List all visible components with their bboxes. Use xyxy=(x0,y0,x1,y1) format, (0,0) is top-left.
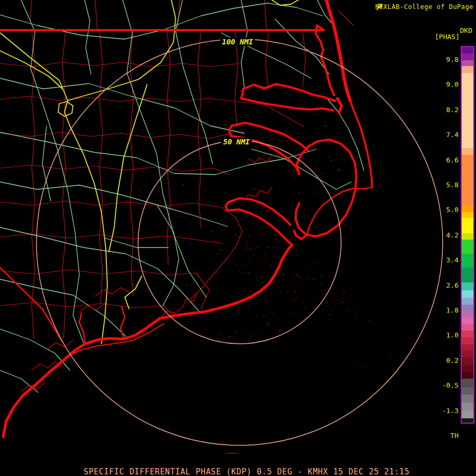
radar-echo xyxy=(258,328,260,328)
radar-echo xyxy=(267,325,268,326)
radar-echo xyxy=(313,161,313,162)
radar-echo xyxy=(214,240,215,241)
colorbar xyxy=(461,46,474,424)
radar-echo xyxy=(291,285,291,286)
radar-echo xyxy=(266,252,266,252)
radar-echo xyxy=(297,120,298,121)
radar-echo xyxy=(350,127,351,129)
radar-echo xyxy=(284,289,285,290)
radar-echo xyxy=(286,140,287,141)
radar-echo xyxy=(344,224,345,225)
radar-echo xyxy=(220,328,221,329)
map-line xyxy=(198,30,201,227)
radar-echo xyxy=(295,291,296,292)
radar-echo xyxy=(300,319,300,320)
radar-echo xyxy=(191,284,191,285)
colorbar-label: 4.2 xyxy=(422,232,459,239)
radar-echo xyxy=(337,320,338,321)
radar-echo xyxy=(281,175,282,176)
colorbar-segment xyxy=(462,254,473,268)
radar-echo xyxy=(298,265,299,266)
radar-echo xyxy=(191,281,191,281)
radar-echo xyxy=(273,155,274,155)
radar-echo xyxy=(177,205,178,205)
radar-echo xyxy=(212,261,212,261)
radar-echo xyxy=(312,280,313,280)
radar-echo xyxy=(352,177,353,178)
radar-echo xyxy=(159,200,160,202)
cod-flag-icon xyxy=(376,3,383,11)
colorbar-segment xyxy=(462,205,473,212)
radar-echo xyxy=(194,302,194,303)
radar-echo xyxy=(271,266,272,267)
radar-echo xyxy=(284,249,286,250)
radar-echo xyxy=(267,256,268,257)
radar-echo xyxy=(222,230,222,231)
radar-echo xyxy=(166,205,167,205)
map-line xyxy=(307,187,372,235)
radar-echo xyxy=(271,333,272,334)
radar-echo xyxy=(299,302,299,303)
radar-echo xyxy=(250,281,251,281)
radar-echo xyxy=(294,176,295,177)
map-line xyxy=(109,85,147,252)
colorbar-label: 1.0 xyxy=(422,332,459,339)
radar-echo xyxy=(182,289,183,290)
radar-echo xyxy=(219,335,219,335)
colorbar-segment xyxy=(462,282,473,290)
colorbar-segment xyxy=(462,290,473,298)
colorbar-segment xyxy=(462,47,473,53)
radar-echo xyxy=(186,171,187,172)
radar-echo xyxy=(266,297,267,297)
radar-echo xyxy=(294,180,295,181)
radar-echo xyxy=(266,315,266,316)
radar-echo xyxy=(235,292,235,293)
radar-echo xyxy=(271,261,271,261)
radar-echo xyxy=(360,321,361,321)
radar-echo xyxy=(220,250,221,251)
radar-echo xyxy=(334,300,335,301)
radar-echo xyxy=(134,232,135,233)
radar-echo xyxy=(209,297,210,297)
radar-echo xyxy=(322,173,323,174)
radar-echo xyxy=(390,355,391,355)
radar-echo xyxy=(321,284,322,285)
radar-echo xyxy=(351,298,351,299)
radar-echo xyxy=(355,313,356,314)
radar-echo xyxy=(340,300,340,300)
radar-echo xyxy=(231,260,231,260)
radar-echo xyxy=(377,335,378,336)
radar-echo xyxy=(294,171,295,171)
radar-echo xyxy=(323,293,324,294)
radar-echo xyxy=(251,236,251,237)
colorbar-segment xyxy=(462,372,473,379)
radar-echo xyxy=(255,336,256,337)
radar-echo xyxy=(197,271,198,272)
radar-echo xyxy=(183,184,184,185)
radar-echo xyxy=(324,290,325,291)
radar-echo xyxy=(356,150,357,151)
radar-echo xyxy=(309,380,309,380)
colorbar-label: -1.3 xyxy=(422,407,459,415)
radar-echo xyxy=(303,156,303,157)
radar-echo xyxy=(263,329,263,330)
radar-echo xyxy=(208,274,209,275)
colorbar-segment xyxy=(462,387,473,395)
colorbar-segment xyxy=(462,240,473,254)
radar-echo xyxy=(333,194,334,195)
radar-echo xyxy=(273,249,274,249)
colorbar-segment xyxy=(462,311,473,317)
map-line xyxy=(266,30,269,90)
radar-echo xyxy=(273,313,273,314)
radar-echo xyxy=(317,392,318,393)
radar-echo xyxy=(318,151,318,152)
radar-echo xyxy=(292,290,292,290)
radar-echo xyxy=(309,289,310,290)
radar-echo xyxy=(241,288,241,288)
radar-echo xyxy=(271,289,272,289)
radar-echo xyxy=(183,216,185,217)
radar-echo xyxy=(245,323,245,323)
colorbar-label: TH xyxy=(422,432,459,440)
radar-echo xyxy=(236,266,238,266)
radar-echo xyxy=(195,295,196,295)
